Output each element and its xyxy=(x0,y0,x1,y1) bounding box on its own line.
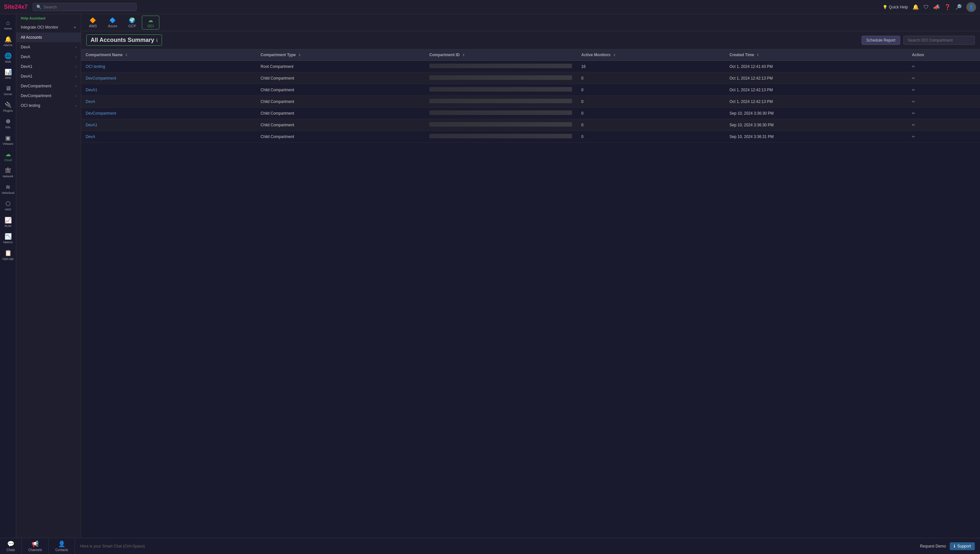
tab-oci[interactable]: ☁ OCI xyxy=(142,16,159,30)
sidebar-item-metrics[interactable]: 📉 Metrics xyxy=(0,230,16,247)
info-icon[interactable]: ℹ xyxy=(156,38,158,43)
tab-channels[interactable]: 📢 Channels xyxy=(22,538,49,554)
cell-type: Root Compartment xyxy=(256,61,425,72)
cell-name[interactable]: OCI testing xyxy=(81,61,256,72)
chevron-right-icon-7: › xyxy=(75,104,76,107)
tab-gcp[interactable]: 🌍 GCP xyxy=(123,16,141,29)
cell-active-monitors: 0 xyxy=(577,84,725,96)
tab-azure[interactable]: 🔷 Azure xyxy=(103,16,123,29)
topbar-actions: 💡 Quick Help 🔔 🛡 📣 ❓ 🔎 👤 xyxy=(883,2,976,12)
table-row: DevAChild Compartment0Sep 10, 2024 3:36:… xyxy=(81,131,980,142)
sidebar-item-devcompartment2[interactable]: DevCompartment › xyxy=(16,91,81,101)
sidebar-item-k8s[interactable]: ☸ K8s xyxy=(0,115,16,132)
cell-name[interactable]: DevCompartment xyxy=(81,107,256,119)
shield-icon[interactable]: 🛡 xyxy=(924,4,929,10)
logo-site: Site xyxy=(4,3,14,10)
cell-name[interactable]: DevA xyxy=(81,96,256,107)
cell-action-edit[interactable]: ✏ xyxy=(907,107,980,119)
left-sidebar: ⌂ Home 🔔 Alarms 🌐 Web 📊 APM 🖥 Server 🔌 P… xyxy=(0,14,16,538)
channels-icon: 📢 xyxy=(32,540,39,548)
table-container: Compartment Name ⇕ Compartment Type ⇕ Co… xyxy=(81,49,980,538)
tab-aws[interactable]: 🔶 AWS xyxy=(84,16,102,29)
cell-action-edit[interactable]: ✏ xyxy=(907,119,980,131)
plugins-icon: 🔌 xyxy=(5,101,12,109)
smart-chat-bar[interactable]: Here is your Smart Chat (Ctrl+Space) xyxy=(75,544,920,549)
tab-contacts[interactable]: 👤 Contacts xyxy=(49,538,75,554)
sidebar-item-deva2[interactable]: DevA › xyxy=(16,52,81,62)
cell-action-edit[interactable]: ✏ xyxy=(907,72,980,84)
sidebar-item-oci-testing[interactable]: OCI testing › xyxy=(16,101,81,110)
help-assistant-link[interactable]: Help Assistant xyxy=(16,14,81,22)
col-created-time[interactable]: Created Time ⇕ xyxy=(725,49,907,61)
cell-active-monitors: 0 xyxy=(577,72,725,84)
cell-action-edit[interactable]: ✏ xyxy=(907,96,980,107)
support-button[interactable]: ℹ Support xyxy=(950,542,975,550)
sidebar-item-velocloud[interactable]: ≋ Velocloud xyxy=(0,181,16,198)
search-input[interactable] xyxy=(43,5,133,10)
cell-name[interactable]: DevCompartment xyxy=(81,72,256,84)
integrate-oci-monitor[interactable]: Integrate OCI Monitor + xyxy=(16,22,81,32)
request-demo-link[interactable]: Request Demo xyxy=(920,544,946,549)
chevron-right-icon-6: › xyxy=(75,94,76,98)
sidebar-label-metrics: Metrics xyxy=(3,241,13,244)
cell-created-time: Oct 1, 2024 12:42:13 PM xyxy=(725,96,907,107)
sidebar-item-cloud[interactable]: ☁ Cloud xyxy=(0,148,16,164)
cell-active-monitors: 0 xyxy=(577,96,725,107)
sidebar-item-web[interactable]: 🌐 Web xyxy=(0,49,16,66)
megaphone-icon[interactable]: 📣 xyxy=(933,4,940,10)
smart-chat-label: Here is your Smart Chat (Ctrl+Space) xyxy=(80,544,145,549)
col-compartment-name-label: Compartment Name xyxy=(86,53,123,57)
cell-action-edit[interactable]: ✏ xyxy=(907,84,980,96)
main-layout: ⌂ Home 🔔 Alarms 🌐 Web 📊 APM 🖥 Server 🔌 P… xyxy=(0,14,980,538)
col-compartment-type[interactable]: Compartment Type ⇕ xyxy=(256,49,425,61)
deva1-2-label: DevA1 xyxy=(21,74,32,78)
col-active-monitors[interactable]: Active Monitors ⇕ xyxy=(577,49,725,61)
cell-name[interactable]: DevA1 xyxy=(81,84,256,96)
sidebar-item-rum[interactable]: 📈 RUM xyxy=(0,214,16,231)
sort-id-icon: ⇕ xyxy=(462,53,465,57)
cell-created-time: Oct 1, 2024 12:41:43 PM xyxy=(725,61,907,72)
sidebar-item-network[interactable]: 🕸 Network xyxy=(0,164,16,181)
sidebar-item-deva[interactable]: DevA › xyxy=(16,42,81,52)
cell-type: Child Compartment xyxy=(256,72,425,84)
cell-action-edit[interactable]: ✏ xyxy=(907,131,980,142)
sidebar-item-aws[interactable]: ⬡ AWS xyxy=(0,198,16,214)
tab-chats[interactable]: 💬 Chats xyxy=(0,538,22,554)
col-compartment-id[interactable]: Compartment ID ⇕ xyxy=(425,49,577,61)
sidebar-item-plugins[interactable]: 🔌 Plugins xyxy=(0,99,16,115)
server-icon: 🖥 xyxy=(5,85,11,92)
search-bar[interactable]: 🔍 xyxy=(33,3,137,11)
cell-action-edit[interactable]: ✏ xyxy=(907,61,980,72)
cell-name[interactable]: DevA1 xyxy=(81,119,256,131)
cell-name[interactable]: DevA xyxy=(81,131,256,142)
col-compartment-name[interactable]: Compartment Name ⇕ xyxy=(81,49,256,61)
sidebar-item-server[interactable]: 🖥 Server xyxy=(0,83,16,99)
sidebar-item-applogs[interactable]: 📋 AppLogs xyxy=(0,247,16,263)
sidebar-item-vmware[interactable]: ▣ VMware xyxy=(0,132,16,148)
schedule-report-button[interactable]: Schedule Report xyxy=(862,36,900,45)
cell-id xyxy=(425,131,577,142)
sidebar-item-devcompartment[interactable]: DevCompartment › xyxy=(16,81,81,91)
avatar[interactable]: 👤 xyxy=(966,2,976,12)
zoom-icon[interactable]: 🔎 xyxy=(955,4,962,10)
sidebar-label-cloud: Cloud xyxy=(4,158,12,162)
quick-help-button[interactable]: 💡 Quick Help xyxy=(883,5,908,10)
col-created-time-label: Created Time xyxy=(729,53,754,57)
sidebar-item-apm[interactable]: 📊 APM xyxy=(0,66,16,83)
sidebar-item-all-accounts[interactable]: All Accounts xyxy=(16,32,81,42)
bell-icon[interactable]: 🔔 xyxy=(913,4,919,10)
question-icon[interactable]: ❓ xyxy=(944,4,951,10)
sidebar-label-vmware: VMware xyxy=(3,142,13,146)
sidebar-item-home[interactable]: ⌂ Home xyxy=(0,17,16,33)
sidebar-item-alarms[interactable]: 🔔 Alarms xyxy=(0,33,16,49)
metrics-icon: 📉 xyxy=(5,233,12,240)
contacts-icon: 👤 xyxy=(58,540,65,548)
sort-time-icon: ⇕ xyxy=(756,53,759,57)
quick-help-label: Quick Help xyxy=(889,5,908,10)
sidebar-item-deva1-2[interactable]: DevA1 › xyxy=(16,72,81,81)
contacts-label: Contacts xyxy=(55,548,68,552)
search-compartment-input[interactable] xyxy=(904,36,975,45)
sidebar-item-deva1[interactable]: DevA1 › xyxy=(16,62,81,72)
title-box: All Accounts Summary ℹ xyxy=(86,34,162,46)
aws-tab-label: AWS xyxy=(89,24,97,28)
